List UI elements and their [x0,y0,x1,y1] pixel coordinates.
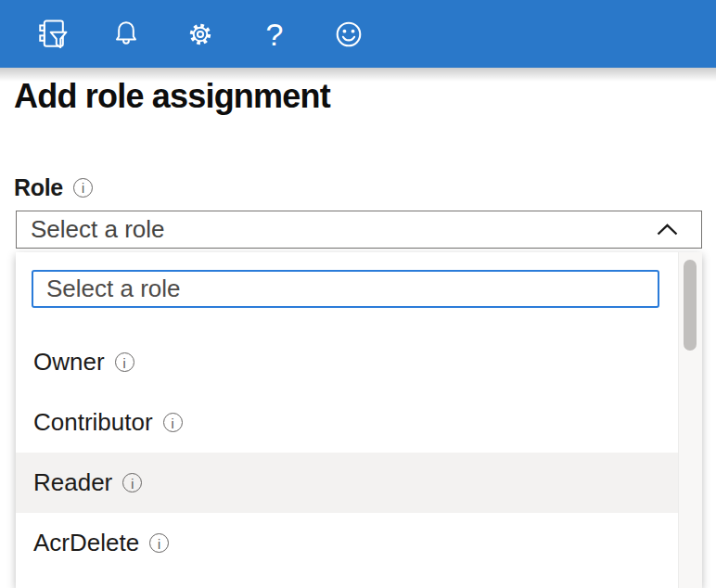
info-icon[interactable]: i [163,413,183,432]
screen: ? Add role assignment Role i Select a ro… [0,0,716,588]
notifications-button[interactable] [108,0,145,68]
topbar: ? [0,0,716,68]
option-label: AcrDelete [33,529,139,557]
role-options-list: Owner i Contributor i Reader i AcrDelete [16,332,678,573]
info-icon[interactable]: i [122,473,142,492]
role-label: Role [14,174,63,201]
role-dropdown-panel: Owner i Contributor i Reader i AcrDelete [16,252,702,588]
option-reader[interactable]: Reader i [16,453,678,513]
role-field-label-row: Role i [14,175,93,199]
directory-filter-button[interactable] [33,0,70,68]
option-label: Owner [33,348,105,377]
scrollbar-thumb[interactable] [684,260,697,351]
info-glyph: i [123,356,126,369]
role-select[interactable]: Select a role [16,211,702,249]
option-contributor[interactable]: Contributor i [16,392,678,453]
info-icon[interactable]: i [115,352,134,372]
feedback-smiley-icon [330,14,367,55]
feedback-button[interactable] [330,0,367,68]
chevron-up-icon [656,223,679,236]
role-info-icon[interactable]: i [73,178,93,198]
help-button[interactable]: ? [256,0,293,68]
info-icon[interactable]: i [149,533,169,553]
page-title: Add role assignment [14,77,330,116]
option-owner[interactable]: Owner i [16,332,678,392]
notifications-bell-icon [108,14,145,55]
info-glyph: i [172,416,174,429]
settings-button[interactable] [182,0,219,68]
role-select-value: Select a role [31,215,656,244]
directory-filter-icon [33,14,70,55]
info-glyph: i [131,477,134,490]
info-glyph: i [158,537,160,550]
option-label: Reader [33,468,112,497]
scrollbar[interactable] [678,252,702,588]
role-search-input[interactable] [32,270,659,308]
help-icon: ? [266,19,284,50]
info-glyph: i [82,182,84,195]
settings-gear-icon [182,14,219,55]
option-acrdelete[interactable]: AcrDelete i [16,513,678,573]
option-label: Contributor [33,408,153,437]
